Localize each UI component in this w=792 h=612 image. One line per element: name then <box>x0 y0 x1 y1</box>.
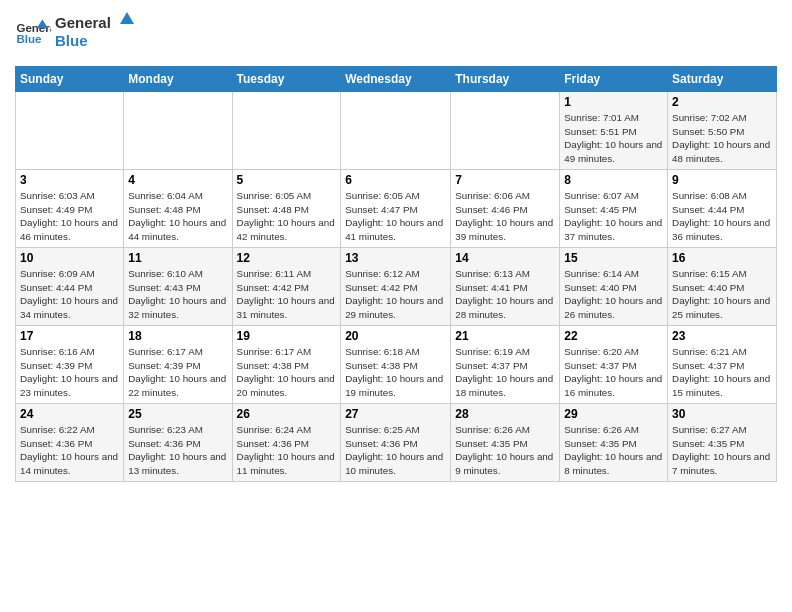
calendar-cell: 28Sunrise: 6:26 AMSunset: 4:35 PMDayligh… <box>451 404 560 482</box>
calendar-cell: 5Sunrise: 6:05 AMSunset: 4:48 PMDaylight… <box>232 170 341 248</box>
day-number: 20 <box>345 329 446 343</box>
day-info: Sunrise: 7:02 AMSunset: 5:50 PMDaylight:… <box>672 111 772 166</box>
svg-text:General: General <box>55 14 111 31</box>
day-number: 28 <box>455 407 555 421</box>
calendar-cell: 26Sunrise: 6:24 AMSunset: 4:36 PMDayligh… <box>232 404 341 482</box>
calendar-cell: 15Sunrise: 6:14 AMSunset: 4:40 PMDayligh… <box>560 248 668 326</box>
day-number: 18 <box>128 329 227 343</box>
day-info: Sunrise: 6:05 AMSunset: 4:47 PMDaylight:… <box>345 189 446 244</box>
calendar-cell <box>16 92 124 170</box>
day-info: Sunrise: 6:19 AMSunset: 4:37 PMDaylight:… <box>455 345 555 400</box>
day-info: Sunrise: 6:27 AMSunset: 4:35 PMDaylight:… <box>672 423 772 478</box>
day-number: 29 <box>564 407 663 421</box>
page-container: General Blue General Blue SundayMondayTu… <box>0 0 792 492</box>
logo: General Blue General Blue <box>15 10 135 58</box>
calendar-header-row: SundayMondayTuesdayWednesdayThursdayFrid… <box>16 67 777 92</box>
weekday-header-tuesday: Tuesday <box>232 67 341 92</box>
calendar-table: SundayMondayTuesdayWednesdayThursdayFrid… <box>15 66 777 482</box>
day-number: 14 <box>455 251 555 265</box>
calendar-week-2: 3Sunrise: 6:03 AMSunset: 4:49 PMDaylight… <box>16 170 777 248</box>
svg-marker-5 <box>120 12 134 24</box>
calendar-cell: 22Sunrise: 6:20 AMSunset: 4:37 PMDayligh… <box>560 326 668 404</box>
calendar-cell <box>451 92 560 170</box>
day-number: 7 <box>455 173 555 187</box>
day-info: Sunrise: 6:11 AMSunset: 4:42 PMDaylight:… <box>237 267 337 322</box>
day-info: Sunrise: 6:05 AMSunset: 4:48 PMDaylight:… <box>237 189 337 244</box>
weekday-header-thursday: Thursday <box>451 67 560 92</box>
logo-svg: General Blue <box>55 10 135 54</box>
day-number: 30 <box>672 407 772 421</box>
day-number: 17 <box>20 329 119 343</box>
calendar-cell: 21Sunrise: 6:19 AMSunset: 4:37 PMDayligh… <box>451 326 560 404</box>
day-info: Sunrise: 6:09 AMSunset: 4:44 PMDaylight:… <box>20 267 119 322</box>
weekday-header-saturday: Saturday <box>668 67 777 92</box>
calendar-cell: 6Sunrise: 6:05 AMSunset: 4:47 PMDaylight… <box>341 170 451 248</box>
weekday-header-friday: Friday <box>560 67 668 92</box>
svg-text:Blue: Blue <box>16 33 42 45</box>
weekday-header-wednesday: Wednesday <box>341 67 451 92</box>
day-info: Sunrise: 6:14 AMSunset: 4:40 PMDaylight:… <box>564 267 663 322</box>
calendar-cell: 24Sunrise: 6:22 AMSunset: 4:36 PMDayligh… <box>16 404 124 482</box>
day-number: 9 <box>672 173 772 187</box>
calendar-cell: 25Sunrise: 6:23 AMSunset: 4:36 PMDayligh… <box>124 404 232 482</box>
day-info: Sunrise: 6:17 AMSunset: 4:38 PMDaylight:… <box>237 345 337 400</box>
calendar-cell: 10Sunrise: 6:09 AMSunset: 4:44 PMDayligh… <box>16 248 124 326</box>
day-number: 19 <box>237 329 337 343</box>
day-number: 8 <box>564 173 663 187</box>
day-info: Sunrise: 6:07 AMSunset: 4:45 PMDaylight:… <box>564 189 663 244</box>
calendar-cell: 19Sunrise: 6:17 AMSunset: 4:38 PMDayligh… <box>232 326 341 404</box>
calendar-cell: 29Sunrise: 6:26 AMSunset: 4:35 PMDayligh… <box>560 404 668 482</box>
calendar-cell <box>341 92 451 170</box>
calendar-week-3: 10Sunrise: 6:09 AMSunset: 4:44 PMDayligh… <box>16 248 777 326</box>
calendar-cell: 17Sunrise: 6:16 AMSunset: 4:39 PMDayligh… <box>16 326 124 404</box>
calendar-cell: 14Sunrise: 6:13 AMSunset: 4:41 PMDayligh… <box>451 248 560 326</box>
day-number: 26 <box>237 407 337 421</box>
calendar-cell: 27Sunrise: 6:25 AMSunset: 4:36 PMDayligh… <box>341 404 451 482</box>
weekday-header-sunday: Sunday <box>16 67 124 92</box>
day-number: 5 <box>237 173 337 187</box>
day-number: 3 <box>20 173 119 187</box>
calendar-cell: 3Sunrise: 6:03 AMSunset: 4:49 PMDaylight… <box>16 170 124 248</box>
day-info: Sunrise: 6:23 AMSunset: 4:36 PMDaylight:… <box>128 423 227 478</box>
logo-icon: General Blue <box>15 16 51 52</box>
day-info: Sunrise: 6:03 AMSunset: 4:49 PMDaylight:… <box>20 189 119 244</box>
calendar-cell: 23Sunrise: 6:21 AMSunset: 4:37 PMDayligh… <box>668 326 777 404</box>
day-number: 4 <box>128 173 227 187</box>
day-number: 2 <box>672 95 772 109</box>
day-info: Sunrise: 6:15 AMSunset: 4:40 PMDaylight:… <box>672 267 772 322</box>
day-number: 15 <box>564 251 663 265</box>
svg-text:Blue: Blue <box>55 32 88 49</box>
day-info: Sunrise: 6:26 AMSunset: 4:35 PMDaylight:… <box>564 423 663 478</box>
day-info: Sunrise: 6:22 AMSunset: 4:36 PMDaylight:… <box>20 423 119 478</box>
calendar-cell: 30Sunrise: 6:27 AMSunset: 4:35 PMDayligh… <box>668 404 777 482</box>
day-number: 21 <box>455 329 555 343</box>
day-number: 13 <box>345 251 446 265</box>
day-info: Sunrise: 6:16 AMSunset: 4:39 PMDaylight:… <box>20 345 119 400</box>
day-number: 12 <box>237 251 337 265</box>
day-info: Sunrise: 6:17 AMSunset: 4:39 PMDaylight:… <box>128 345 227 400</box>
calendar-cell: 4Sunrise: 6:04 AMSunset: 4:48 PMDaylight… <box>124 170 232 248</box>
day-info: Sunrise: 6:20 AMSunset: 4:37 PMDaylight:… <box>564 345 663 400</box>
day-info: Sunrise: 6:08 AMSunset: 4:44 PMDaylight:… <box>672 189 772 244</box>
day-number: 23 <box>672 329 772 343</box>
day-info: Sunrise: 6:26 AMSunset: 4:35 PMDaylight:… <box>455 423 555 478</box>
calendar-week-5: 24Sunrise: 6:22 AMSunset: 4:36 PMDayligh… <box>16 404 777 482</box>
day-info: Sunrise: 6:12 AMSunset: 4:42 PMDaylight:… <box>345 267 446 322</box>
calendar-cell: 12Sunrise: 6:11 AMSunset: 4:42 PMDayligh… <box>232 248 341 326</box>
day-number: 16 <box>672 251 772 265</box>
calendar-cell: 2Sunrise: 7:02 AMSunset: 5:50 PMDaylight… <box>668 92 777 170</box>
weekday-header-monday: Monday <box>124 67 232 92</box>
calendar-cell: 20Sunrise: 6:18 AMSunset: 4:38 PMDayligh… <box>341 326 451 404</box>
day-info: Sunrise: 6:13 AMSunset: 4:41 PMDaylight:… <box>455 267 555 322</box>
calendar-cell: 1Sunrise: 7:01 AMSunset: 5:51 PMDaylight… <box>560 92 668 170</box>
day-number: 22 <box>564 329 663 343</box>
day-info: Sunrise: 7:01 AMSunset: 5:51 PMDaylight:… <box>564 111 663 166</box>
day-number: 1 <box>564 95 663 109</box>
calendar-cell: 13Sunrise: 6:12 AMSunset: 4:42 PMDayligh… <box>341 248 451 326</box>
day-info: Sunrise: 6:06 AMSunset: 4:46 PMDaylight:… <box>455 189 555 244</box>
day-number: 6 <box>345 173 446 187</box>
day-info: Sunrise: 6:18 AMSunset: 4:38 PMDaylight:… <box>345 345 446 400</box>
day-info: Sunrise: 6:21 AMSunset: 4:37 PMDaylight:… <box>672 345 772 400</box>
day-info: Sunrise: 6:10 AMSunset: 4:43 PMDaylight:… <box>128 267 227 322</box>
day-number: 24 <box>20 407 119 421</box>
